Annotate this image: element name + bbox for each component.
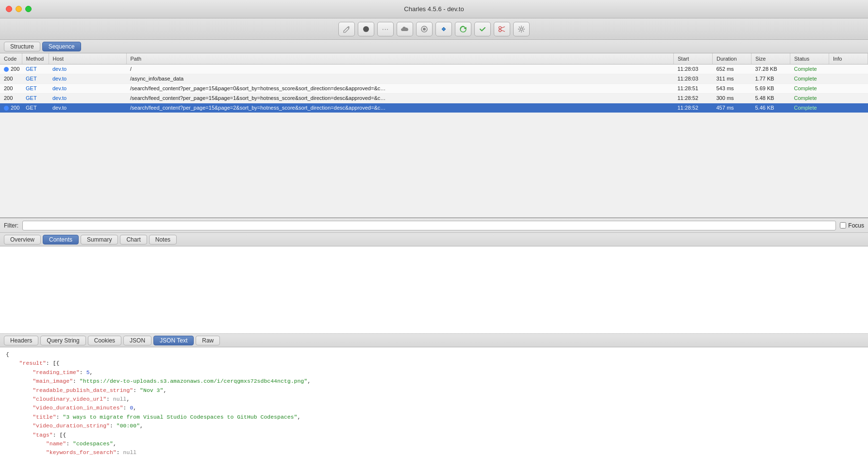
refresh-button[interactable] — [455, 22, 471, 36]
request-table-body: 200GETdev.to/11:28:03652 ms37.28 KBCompl… — [0, 64, 868, 113]
cell-path: /async_info/base_data — [126, 74, 674, 83]
cell-info — [829, 64, 868, 74]
cell-info — [829, 93, 868, 103]
cloud-button[interactable] — [397, 22, 413, 36]
json-line: "main_image": "https://dev-to-uploads.s3… — [6, 377, 862, 386]
tab-chart[interactable]: Chart — [120, 235, 147, 244]
table-row[interactable]: 200GETdev.to/search/feed_content?per_pag… — [0, 93, 868, 103]
record-button[interactable] — [358, 22, 374, 36]
more-button[interactable]: ··· — [377, 22, 394, 36]
json-line: "name": "codespaces", — [6, 440, 862, 448]
maximize-button[interactable] — [25, 6, 32, 12]
cell-code: 200 — [0, 93, 22, 103]
request-table-container[interactable]: Code Method Host Path Start Duration Siz… — [0, 53, 868, 217]
svg-point-2 — [423, 28, 426, 31]
breakpoint-button[interactable] — [435, 22, 452, 36]
svg-point-4 — [499, 29, 501, 32]
filter-bar: Filter: Focus — [0, 218, 868, 233]
cell-code: 200 — [0, 74, 22, 83]
traffic-lights — [6, 6, 32, 12]
cell-host: dev.to — [49, 64, 126, 74]
cell-code: 200 — [0, 103, 22, 113]
cell-host: dev.to — [49, 93, 126, 103]
tab-headers[interactable]: Headers — [4, 336, 38, 345]
request-table: Code Method Host Path Start Duration Siz… — [0, 53, 868, 113]
cell-duration: 457 ms — [713, 103, 751, 113]
col-header-info[interactable]: Info — [829, 53, 868, 64]
cell-host: dev.to — [49, 83, 126, 93]
col-header-host[interactable]: Host — [49, 53, 126, 64]
json-line: "tags": [{ — [6, 431, 862, 440]
svg-point-7 — [520, 28, 523, 30]
close-button[interactable] — [6, 6, 12, 12]
main-layout: Structure Sequence Code Method Host Path… — [0, 40, 868, 456]
cell-info — [829, 74, 868, 83]
table-row[interactable]: 200GETdev.to/search/feed_content?per_pag… — [0, 83, 868, 93]
filter-focus-label: Focus — [848, 222, 864, 229]
filter-focus-group: Focus — [840, 222, 864, 229]
filter-input[interactable] — [22, 221, 836, 230]
cell-size: 5.46 KB — [751, 103, 790, 113]
toolbar: ··· — [0, 18, 868, 40]
cell-duration: 311 ms — [713, 74, 751, 83]
cell-method: GET — [22, 74, 49, 83]
filter-focus-checkbox[interactable] — [840, 222, 846, 228]
cell-size: 37.28 KB — [751, 64, 790, 74]
tab-notes[interactable]: Notes — [149, 235, 177, 244]
json-line: "title": "3 ways to migrate from Visual … — [6, 413, 862, 422]
cell-status: Complete — [790, 83, 829, 93]
tab-sequence[interactable]: Sequence — [42, 42, 81, 51]
tab-query-string[interactable]: Query String — [40, 336, 85, 345]
json-line: "video_duration_in_minutes": 0, — [6, 404, 862, 412]
col-header-method[interactable]: Method — [22, 53, 49, 64]
cell-code: 200 — [0, 83, 22, 93]
tab-json-text[interactable]: JSON Text — [153, 336, 194, 345]
json-line: "result": [{ — [6, 359, 862, 368]
table-header-row: Code Method Host Path Start Duration Siz… — [0, 53, 868, 64]
settings-button[interactable] — [513, 22, 530, 36]
cell-start: 11:28:03 — [674, 64, 713, 74]
json-line: { — [6, 350, 862, 359]
cell-start: 11:28:52 — [674, 103, 713, 113]
col-header-size[interactable]: Size — [751, 53, 790, 64]
stop-button[interactable] — [416, 22, 433, 36]
col-header-code[interactable]: Code — [0, 53, 22, 64]
view-tabs: Structure Sequence — [0, 40, 868, 53]
tab-structure[interactable]: Structure — [4, 42, 40, 51]
col-header-start[interactable]: Start — [674, 53, 713, 64]
table-row[interactable]: 200GETdev.to/search/feed_content?per_pag… — [0, 103, 868, 113]
cell-size: 1.77 KB — [751, 74, 790, 83]
scissors-button[interactable] — [494, 22, 510, 36]
tab-raw[interactable]: Raw — [196, 336, 220, 345]
cell-info — [829, 103, 868, 113]
tab-cookies[interactable]: Cookies — [88, 336, 121, 345]
json-line: "readable_publish_date_string": "Nov 3", — [6, 386, 862, 395]
tab-json[interactable]: JSON — [123, 336, 151, 345]
cell-host: dev.to — [49, 103, 126, 113]
json-line: "video_duration_string": "00:00", — [6, 422, 862, 430]
table-row[interactable]: 200GETdev.to/async_info/base_data11:28:0… — [0, 74, 868, 83]
tab-overview[interactable]: Overview — [4, 235, 41, 244]
request-panel: Code Method Host Path Start Duration Siz… — [0, 53, 868, 218]
table-row[interactable]: 200GETdev.to/11:28:03652 ms37.28 KBCompl… — [0, 64, 868, 74]
cell-path: / — [126, 64, 674, 74]
tab-summary[interactable]: Summary — [81, 235, 118, 244]
tab-contents[interactable]: Contents — [43, 235, 79, 244]
minimize-button[interactable] — [16, 6, 22, 12]
check-button[interactable] — [474, 22, 491, 36]
col-header-status[interactable]: Status — [790, 53, 829, 64]
pen-tool-button[interactable] — [338, 22, 355, 36]
cell-path: /search/feed_content?per_page=15&page=1&… — [126, 93, 674, 103]
cell-status: Complete — [790, 103, 829, 113]
json-line: "cloudinary_video_url": null, — [6, 395, 862, 404]
window-title: Charles 4.5.6 - dev.to — [404, 5, 464, 13]
col-header-path[interactable]: Path — [126, 53, 674, 64]
json-content-area[interactable]: { "result": [{ "reading_time": 5, "main_… — [0, 347, 868, 456]
cell-status: Complete — [790, 74, 829, 83]
svg-line-6 — [501, 30, 505, 32]
col-header-duration[interactable]: Duration — [713, 53, 751, 64]
cell-path: /search/feed_content?per_page=15&page=0&… — [126, 83, 674, 93]
response-tabs: Headers Query String Cookies JSON JSON T… — [0, 334, 868, 347]
cell-duration: 543 ms — [713, 83, 751, 93]
cell-status: Complete — [790, 64, 829, 74]
